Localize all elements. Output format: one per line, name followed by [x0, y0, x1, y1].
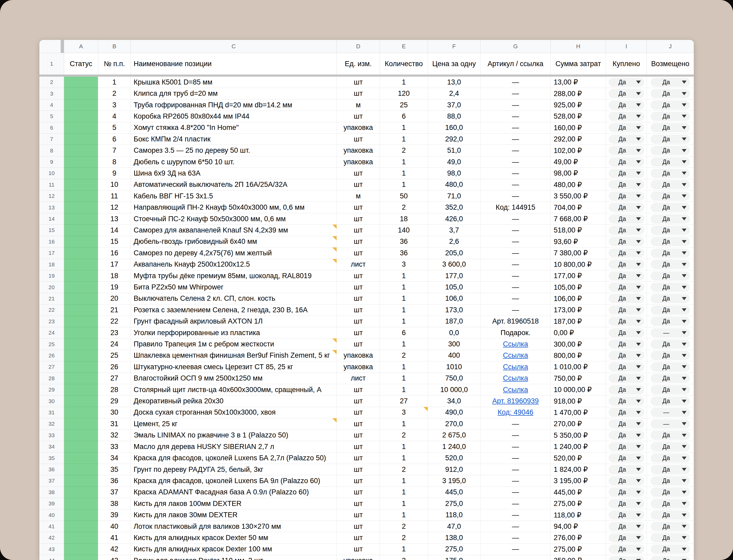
- sku-cell[interactable]: —: [481, 259, 551, 270]
- bought-dropdown[interactable]: Да: [609, 453, 644, 463]
- unit-cell[interactable]: шт: [337, 316, 380, 327]
- unit-cell[interactable]: шт: [337, 430, 380, 441]
- sku-cell[interactable]: Арт. 81960939: [481, 395, 551, 407]
- total-cost-cell[interactable]: 350,00 ₽: [551, 555, 606, 560]
- total-cost-cell[interactable]: 10 800,00 ₽: [551, 259, 606, 270]
- quantity-cell[interactable]: 2: [380, 555, 428, 560]
- sku-cell[interactable]: —: [481, 304, 551, 316]
- status-cell[interactable]: [64, 509, 98, 521]
- quantity-cell[interactable]: 1: [380, 122, 428, 134]
- status-cell[interactable]: [64, 270, 98, 282]
- item-name-cell[interactable]: Кисть для лаков 100мм DEXTER: [131, 498, 337, 509]
- status-cell[interactable]: [64, 145, 98, 156]
- item-number-cell[interactable]: 6: [98, 134, 131, 145]
- total-cost-cell[interactable]: 1 240,00 ₽: [551, 441, 606, 452]
- total-cost-cell[interactable]: 3 550,00 ₽: [551, 191, 606, 202]
- sku-cell[interactable]: —: [481, 236, 551, 247]
- reimbursed-dropdown[interactable]: Да: [651, 431, 690, 440]
- unit-price-cell[interactable]: 205,0: [428, 247, 481, 259]
- unit-cell[interactable]: шт: [337, 339, 380, 350]
- unit-cell[interactable]: шт: [337, 384, 380, 395]
- unit-cell[interactable]: шт: [337, 225, 380, 236]
- item-number-cell[interactable]: 41: [98, 532, 131, 543]
- item-number-cell[interactable]: 5: [98, 122, 131, 134]
- sku-cell[interactable]: —: [481, 191, 551, 202]
- bought-dropdown[interactable]: Да: [609, 476, 644, 485]
- total-cost-cell[interactable]: 518,00 ₽: [551, 225, 606, 236]
- status-cell[interactable]: [64, 464, 98, 475]
- unit-cell[interactable]: упаковка: [337, 361, 380, 373]
- item-name-cell[interactable]: Краска для фасодов, цоколей Luxens БА 2,…: [131, 452, 337, 464]
- unit-cell[interactable]: шт: [337, 441, 380, 452]
- status-cell[interactable]: [64, 327, 98, 339]
- reimbursed-dropdown[interactable]: —: [651, 408, 690, 417]
- item-name-cell[interactable]: Правило Трапеция 1м с ребром жесткости: [131, 339, 337, 350]
- unit-cell[interactable]: шт: [337, 544, 380, 555]
- status-cell[interactable]: [64, 384, 98, 395]
- bought-dropdown[interactable]: Да: [609, 89, 644, 98]
- reimbursed-dropdown[interactable]: Да: [651, 112, 690, 121]
- unit-price-cell[interactable]: 175,0: [428, 555, 481, 560]
- total-cost-cell[interactable]: 102,00 ₽: [551, 145, 606, 156]
- item-name-cell[interactable]: Кисть для алкидных красок Dexter 50 мм: [131, 532, 337, 543]
- bought-dropdown[interactable]: Да: [609, 465, 644, 474]
- bought-dropdown[interactable]: Да: [609, 431, 644, 440]
- sku-link[interactable]: Арт. 81960939: [492, 397, 539, 405]
- row-number[interactable]: 36: [39, 464, 64, 475]
- row-number[interactable]: 19: [39, 270, 64, 282]
- bought-dropdown[interactable]: Да: [609, 328, 644, 337]
- bought-dropdown[interactable]: Да: [609, 135, 644, 144]
- item-name-cell[interactable]: Бокс КМПм 2/4 пластик: [131, 134, 337, 145]
- total-cost-cell[interactable]: 173,00 ₽: [551, 304, 606, 316]
- row-number[interactable]: 22: [39, 304, 64, 316]
- status-cell[interactable]: [64, 122, 98, 134]
- reimbursed-dropdown[interactable]: Да: [651, 476, 690, 485]
- sku-cell[interactable]: Ссылка: [481, 361, 551, 373]
- sku-cell[interactable]: —: [481, 509, 551, 521]
- sku-cell[interactable]: —: [481, 532, 551, 543]
- item-number-cell[interactable]: 1: [98, 77, 131, 88]
- item-name-cell[interactable]: Клипса для труб d=20 мм: [131, 88, 337, 99]
- bought-dropdown[interactable]: Да: [609, 408, 644, 417]
- item-number-cell[interactable]: 34: [98, 452, 131, 464]
- quantity-cell[interactable]: 1: [380, 361, 428, 373]
- bought-dropdown[interactable]: Да: [609, 237, 644, 246]
- reimbursed-dropdown[interactable]: Да: [651, 169, 690, 178]
- unit-price-cell[interactable]: 106,0: [428, 293, 481, 304]
- unit-price-cell[interactable]: 49,0: [428, 156, 481, 168]
- reimbursed-dropdown[interactable]: Да: [651, 362, 690, 372]
- total-cost-cell[interactable]: 7 380,00 ₽: [551, 247, 606, 259]
- unit-cell[interactable]: шт: [337, 418, 380, 430]
- unit-price-cell[interactable]: 51,0: [428, 145, 481, 156]
- bought-dropdown[interactable]: Да: [609, 112, 644, 121]
- header-cell-total[interactable]: Сумма затрат: [551, 53, 606, 75]
- bought-dropdown[interactable]: Да: [609, 351, 644, 360]
- row-number[interactable]: 17: [39, 247, 64, 259]
- total-cost-cell[interactable]: 94,00 ₽: [551, 521, 606, 532]
- quantity-cell[interactable]: 1: [380, 156, 428, 168]
- item-name-cell[interactable]: Муфта трубы дёке премиум 85мм, шоколад, …: [131, 270, 337, 282]
- unit-cell[interactable]: шт: [337, 475, 380, 487]
- item-number-cell[interactable]: 14: [98, 225, 131, 236]
- row-number[interactable]: 24: [39, 327, 64, 339]
- bought-dropdown[interactable]: Да: [609, 146, 644, 155]
- item-number-cell[interactable]: 39: [98, 509, 131, 521]
- sku-cell[interactable]: Арт. 81960518: [481, 316, 551, 327]
- unit-cell[interactable]: шт: [337, 395, 380, 407]
- total-cost-cell[interactable]: 3 195,00 ₽: [551, 475, 606, 487]
- reimbursed-dropdown[interactable]: Да: [651, 488, 690, 497]
- item-name-cell[interactable]: Штукатурно-клеевая смесь Церезит СТ 85, …: [131, 361, 337, 373]
- item-number-cell[interactable]: 30: [98, 407, 131, 418]
- total-cost-cell[interactable]: 5 350,00 ₽: [551, 430, 606, 441]
- bought-dropdown[interactable]: Да: [609, 271, 644, 281]
- item-name-cell[interactable]: Уголки перфорированные из пластика: [131, 327, 337, 339]
- unit-price-cell[interactable]: 187,0: [428, 316, 481, 327]
- unit-cell[interactable]: шт: [337, 327, 380, 339]
- unit-cell[interactable]: шт: [337, 134, 380, 145]
- sku-cell[interactable]: —: [481, 111, 551, 122]
- quantity-cell[interactable]: 1: [380, 168, 428, 179]
- sku-cell[interactable]: —: [481, 418, 551, 430]
- header-cell-reimbursed[interactable]: Возмещено: [647, 53, 694, 75]
- unit-price-cell[interactable]: 292,0: [428, 134, 481, 145]
- reimbursed-dropdown[interactable]: Да: [651, 294, 690, 303]
